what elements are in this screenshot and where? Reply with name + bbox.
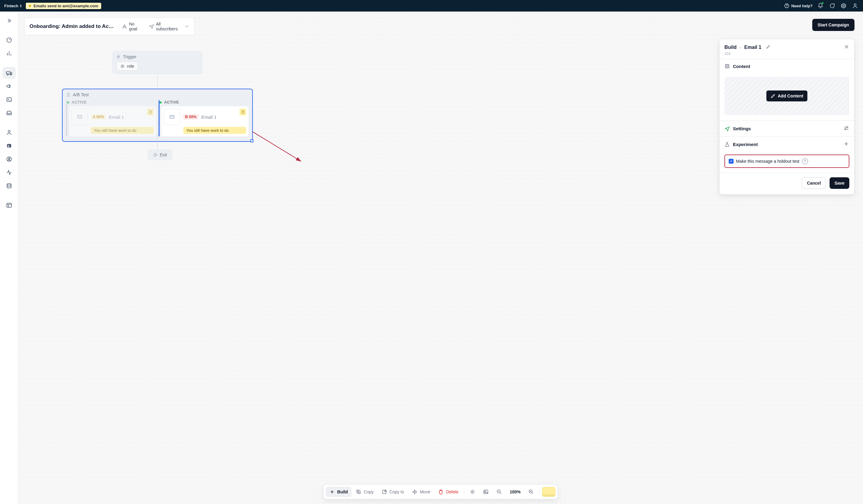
sidebar-activity[interactable] <box>2 166 16 179</box>
target-icon <box>120 64 125 68</box>
toolbar-move[interactable]: Move <box>409 487 434 497</box>
toolbar-copy[interactable]: Copy <box>352 487 377 497</box>
sidebar-content[interactable] <box>2 199 16 211</box>
add-content-label: Add Content <box>778 93 803 99</box>
breadcrumb-leaf: Email 1 <box>744 44 761 50</box>
connector-line <box>158 133 158 150</box>
settings-button[interactable] <box>840 2 847 10</box>
experiment-section[interactable]: Experiment <box>720 137 854 152</box>
goal-chip[interactable]: No goal <box>122 22 143 31</box>
variant-a-chip: A 50% <box>91 114 106 120</box>
holdout-help[interactable]: ? <box>802 158 808 164</box>
holdout-checkbox[interactable] <box>729 159 734 164</box>
sidebar-deliveries[interactable] <box>2 107 16 119</box>
sidebar-transactional[interactable] <box>2 93 16 106</box>
layout-icon <box>6 202 12 208</box>
sidebar-contacts[interactable] <box>2 140 16 152</box>
start-campaign-button[interactable]: Start Campaign <box>812 19 854 31</box>
toolbar-zoom-level[interactable]: 100% <box>506 487 524 497</box>
svg-rect-22 <box>725 64 729 68</box>
cancel-button[interactable]: Cancel <box>802 177 826 189</box>
svg-point-16 <box>121 65 124 67</box>
toolbar-copy-to[interactable]: Copy to <box>378 487 408 497</box>
svg-point-3 <box>854 4 856 6</box>
toolbar-inspire[interactable] <box>466 487 479 497</box>
sidebar-expand[interactable] <box>2 15 16 27</box>
add-content-button[interactable]: Add Content <box>766 90 808 101</box>
status-dot-icon <box>29 5 31 7</box>
save-button[interactable]: Save <box>829 177 849 189</box>
active-dot-icon <box>160 101 162 104</box>
sidebar-data[interactable] <box>2 180 16 192</box>
email-thumb-icon <box>72 109 88 125</box>
toolbar-zoom-out[interactable] <box>492 487 505 497</box>
svg-rect-8 <box>7 98 11 101</box>
chevrons-right-icon <box>7 18 12 23</box>
connector-line <box>158 74 158 88</box>
activity-icon <box>6 169 12 176</box>
account-button[interactable] <box>851 2 859 10</box>
chip-label: Emails send to ami@example.com <box>34 4 98 8</box>
sidebar-segments[interactable] <box>2 153 16 165</box>
send-icon <box>149 24 154 29</box>
toolbar-image[interactable] <box>479 487 492 497</box>
settings-sliders-icon[interactable] <box>843 125 849 132</box>
plus-icon <box>329 489 335 494</box>
resize-handle[interactable] <box>250 139 253 142</box>
send-icon <box>724 126 730 131</box>
settings-section[interactable]: Settings <box>720 121 854 136</box>
help-label: Need help? <box>791 4 813 8</box>
exit-node[interactable]: Exit <box>148 150 172 160</box>
sidebar-analytics[interactable] <box>2 47 16 60</box>
draft-badge-icon <box>147 109 154 115</box>
chat-icon <box>829 3 835 9</box>
audience-chip[interactable]: All subscribers <box>149 22 189 31</box>
item-id: #24 <box>720 52 854 59</box>
close-icon <box>844 44 849 50</box>
audience-label: All subscribers <box>156 22 183 31</box>
close-panel-button[interactable] <box>844 44 849 50</box>
workspace-switcher[interactable]: Fintech ▴▾ <box>4 4 22 8</box>
email-card-b[interactable]: B 50% Email 1 You still have work to do <box>161 106 249 136</box>
toolbar-zoom-in[interactable] <box>525 487 538 497</box>
add-variant-button[interactable] <box>843 141 849 148</box>
rename-button[interactable] <box>766 44 770 50</box>
holdout-label: Make this message a holdout test <box>736 159 800 164</box>
toolbar-build[interactable]: Build <box>326 487 352 497</box>
canvas[interactable]: Onboarding: Admin added to Acco... No go… <box>18 12 863 504</box>
holdout-option[interactable]: Make this message a holdout test ? <box>724 155 849 168</box>
person-icon <box>6 129 12 135</box>
variant-b-column[interactable]: ACTIVE B 50% Email 1 You still have work… <box>159 100 249 136</box>
trash-icon <box>438 489 443 494</box>
variant-a-column[interactable]: ACTIVE A 50% Email 1 You still have work… <box>66 100 156 136</box>
gear-icon <box>840 3 847 9</box>
sidebar-people[interactable] <box>2 126 16 139</box>
help-button[interactable]: Need help? <box>784 3 813 9</box>
toolbar-move-label: Move <box>420 489 430 494</box>
sidebar-dashboard[interactable] <box>2 34 16 46</box>
work-todo-chip: You still have work to do <box>91 127 154 134</box>
content-dropzone[interactable]: Add Content <box>724 77 849 115</box>
test-email-chip[interactable]: Emails send to ami@example.com <box>26 3 101 9</box>
user-icon <box>852 3 858 9</box>
draft-badge-icon <box>239 109 246 115</box>
campaign-title[interactable]: Onboarding: Admin added to Acco... <box>29 23 116 29</box>
bolt-icon <box>116 55 121 59</box>
breadcrumb-root[interactable]: Build <box>724 44 737 50</box>
svg-rect-29 <box>484 490 488 494</box>
goal-icon <box>122 24 127 29</box>
zoom-out-icon <box>496 489 502 494</box>
trigger-condition[interactable]: role <box>116 62 138 71</box>
toolbar-sticky-note[interactable] <box>542 487 555 497</box>
work-todo-chip: You still have work to do <box>183 127 246 134</box>
trigger-label: Trigger <box>123 54 136 59</box>
flask-icon <box>66 93 71 97</box>
canvas-toolbar: Build Copy Copy to Move Delete <box>324 484 558 499</box>
notifications-button[interactable] <box>817 2 824 10</box>
chat-button[interactable] <box>828 2 836 10</box>
trigger-node[interactable]: Trigger role <box>112 51 202 74</box>
email-card-a[interactable]: A 50% Email 1 You still have work to do <box>69 106 156 136</box>
sidebar-broadcasts[interactable] <box>2 80 16 92</box>
sidebar-campaigns[interactable] <box>2 67 16 79</box>
toolbar-delete[interactable]: Delete <box>435 487 462 497</box>
